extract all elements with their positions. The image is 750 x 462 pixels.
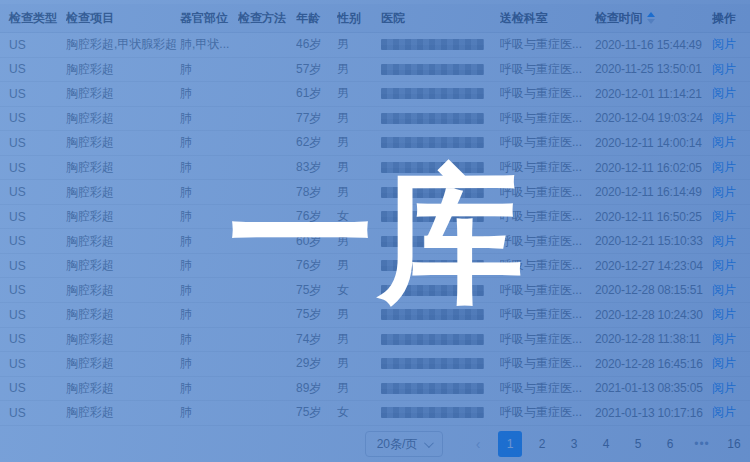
column-header-exam-type: 检查类型 — [0, 10, 66, 27]
column-header-exam-item: 检查项目 — [66, 10, 180, 27]
view-images-link[interactable]: 阅片 — [712, 37, 736, 51]
cell-age: 77岁 — [296, 110, 337, 127]
table-row: US 胸腔彩超 肺 75岁 男 呼吸与重症医... 2020-12-28 10:… — [0, 303, 750, 328]
view-images-link[interactable]: 阅片 — [712, 86, 736, 100]
view-images-link[interactable]: 阅片 — [712, 135, 736, 149]
hospital-redacted-block — [381, 162, 484, 173]
column-header-method: 检查方法 — [238, 10, 296, 27]
cell-organ: 肺 — [180, 404, 238, 421]
cell-hospital — [381, 285, 500, 296]
prev-page-button[interactable]: ‹ — [466, 431, 490, 457]
column-header-hospital: 医院 — [381, 10, 500, 27]
view-images-link[interactable]: 阅片 — [712, 307, 736, 321]
cell-exam-time: 2020-12-01 11:14:21 — [595, 87, 712, 101]
cell-gender: 男 — [337, 233, 381, 250]
cell-exam-time: 2020-12-27 14:23:04 — [595, 259, 712, 273]
column-header-age: 年龄 — [296, 10, 337, 27]
cell-action: 阅片 — [712, 159, 750, 176]
cell-exam-type: US — [0, 259, 66, 273]
table-row: US 胸腔彩超 肺 89岁 男 呼吸与重症医... 2021-01-13 08:… — [0, 377, 750, 402]
cell-age: 62岁 — [296, 134, 337, 151]
cell-action: 阅片 — [712, 110, 750, 127]
cell-action: 阅片 — [712, 306, 750, 323]
cell-organ: 肺 — [180, 159, 238, 176]
cell-age: 89岁 — [296, 380, 337, 397]
cell-age: 75岁 — [296, 282, 337, 299]
page-button-2[interactable]: 2 — [530, 431, 554, 457]
view-images-link[interactable]: 阅片 — [712, 283, 736, 297]
page-button-3[interactable]: 3 — [562, 431, 586, 457]
cell-department: 呼吸与重症医... — [500, 184, 595, 201]
page-button-1[interactable]: 1 — [498, 431, 522, 457]
cell-organ: 肺 — [180, 208, 238, 225]
cell-exam-time: 2021-01-13 10:17:16 — [595, 406, 712, 420]
cell-exam-item: 胸腔彩超 — [66, 159, 180, 176]
page-button-4[interactable]: 4 — [594, 431, 618, 457]
cell-exam-time: 2020-11-25 13:50:01 — [595, 62, 712, 76]
view-images-link[interactable]: 阅片 — [712, 111, 736, 125]
page-jump-ellipsis[interactable]: ••• — [690, 431, 714, 457]
column-header-gender: 性别 — [337, 10, 381, 27]
column-header-exam-time[interactable]: 检查时间 — [595, 10, 712, 27]
view-images-link[interactable]: 阅片 — [712, 356, 736, 370]
view-images-link[interactable]: 阅片 — [712, 234, 736, 248]
cell-gender: 男 — [337, 380, 381, 397]
cell-department: 呼吸与重症医... — [500, 404, 595, 421]
caret-up-icon — [647, 12, 655, 17]
cell-exam-type: US — [0, 111, 66, 125]
hospital-redacted-block — [381, 407, 484, 418]
cell-age: 61岁 — [296, 85, 337, 102]
view-images-link[interactable]: 阅片 — [712, 209, 736, 223]
cell-department: 呼吸与重症医... — [500, 306, 595, 323]
cell-action: 阅片 — [712, 257, 750, 274]
cell-hospital — [381, 187, 500, 198]
view-images-link[interactable]: 阅片 — [712, 258, 736, 272]
page-size-label: 20条/页 — [377, 436, 418, 453]
cell-exam-type: US — [0, 406, 66, 420]
view-images-link[interactable]: 阅片 — [712, 332, 736, 346]
cell-exam-time: 2020-12-11 16:14:49 — [595, 185, 712, 199]
cell-exam-item: 胸腔彩超,甲状腺彩超 — [66, 36, 180, 53]
cell-age: 83岁 — [296, 159, 337, 176]
cell-exam-type: US — [0, 87, 66, 101]
cell-gender: 男 — [337, 61, 381, 78]
hospital-redacted-block — [381, 358, 484, 369]
table-row: US 胸腔彩超 肺 61岁 男 呼吸与重症医... 2020-12-01 11:… — [0, 82, 750, 107]
cell-organ: 肺 — [180, 355, 238, 372]
view-images-link[interactable]: 阅片 — [712, 405, 736, 419]
table-row: US 胸腔彩超 肺 29岁 男 呼吸与重症医... 2020-12-28 16:… — [0, 352, 750, 377]
cell-exam-type: US — [0, 234, 66, 248]
view-images-link[interactable]: 阅片 — [712, 381, 736, 395]
cell-action: 阅片 — [712, 233, 750, 250]
cell-hospital — [381, 211, 500, 222]
view-images-link[interactable]: 阅片 — [712, 185, 736, 199]
view-images-link[interactable]: 阅片 — [712, 62, 736, 76]
cell-action: 阅片 — [712, 331, 750, 348]
cell-organ: 肺 — [180, 331, 238, 348]
cell-exam-item: 胸腔彩超 — [66, 306, 180, 323]
cell-age: 74岁 — [296, 331, 337, 348]
cell-department: 呼吸与重症医... — [500, 380, 595, 397]
pagination: 20条/页 ‹ 123456•••16 — [365, 431, 746, 457]
cell-gender: 男 — [337, 306, 381, 323]
cell-action: 阅片 — [712, 404, 750, 421]
view-images-link[interactable]: 阅片 — [712, 160, 736, 174]
cell-gender: 男 — [337, 257, 381, 274]
cell-department: 呼吸与重症医... — [500, 257, 595, 274]
page-size-select[interactable]: 20条/页 — [365, 431, 443, 457]
page-button-6[interactable]: 6 — [658, 431, 682, 457]
cell-organ: 肺 — [180, 85, 238, 102]
cell-organ: 肺 — [180, 110, 238, 127]
cell-action: 阅片 — [712, 208, 750, 225]
cell-action: 阅片 — [712, 380, 750, 397]
cell-organ: 肺 — [180, 184, 238, 201]
cell-exam-type: US — [0, 332, 66, 346]
chevron-down-icon — [424, 438, 434, 448]
cell-department: 呼吸与重症医... — [500, 110, 595, 127]
page-button-16[interactable]: 16 — [722, 431, 746, 457]
cell-exam-time: 2020-12-28 11:38:11 — [595, 332, 712, 346]
cell-exam-type: US — [0, 357, 66, 371]
cell-age: 60岁 — [296, 233, 337, 250]
cell-exam-time: 2020-12-11 16:02:05 — [595, 161, 712, 175]
page-button-5[interactable]: 5 — [626, 431, 650, 457]
